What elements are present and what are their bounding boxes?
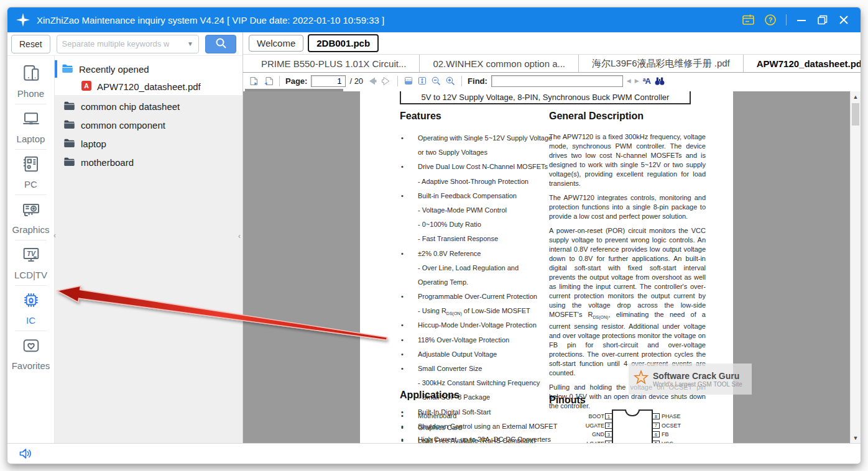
restore-button[interactable]: [816, 14, 829, 26]
tree-file-pdf[interactable]: A APW7120_datasheet.pdf: [55, 78, 242, 95]
tree-root-recently-opened[interactable]: Recently opened: [55, 60, 242, 78]
sidebar-item-label: PC: [24, 179, 37, 190]
pins-right: 8PHASE 7OCSET 6FB 5VCC: [652, 413, 691, 443]
help-icon[interactable]: ?: [764, 14, 777, 26]
collapse-rail-chevron[interactable]: ‹: [53, 232, 56, 239]
tab-welcome[interactable]: Welcome: [249, 35, 303, 52]
application-line: •High Current, up to 20A, DC-DC Converte…: [400, 434, 568, 443]
category-rail: Phone Laptop PC Graphics: [7, 56, 55, 443]
doc-tab-winhex[interactable]: 02.WINHEX common option a...: [420, 55, 579, 72]
doc-tab-apw7120-datasheet[interactable]: APW7120_datasheet.pdf: [744, 55, 861, 72]
sidebar-item-label: LCD|TV: [14, 270, 47, 280]
sidebar-item-laptop[interactable]: Laptop: [7, 104, 54, 149]
feature-line: - Fast Transient Response: [400, 233, 552, 247]
find-input[interactable]: [491, 75, 623, 87]
feature-line: - Using RDS(ON) of Low-Side MOSFET: [400, 305, 552, 319]
keyword-combobox[interactable]: Separate multiple keywords w ▼: [57, 35, 199, 53]
app-logo-icon: [16, 12, 30, 27]
toolbar-separator: [461, 76, 462, 86]
search-button[interactable]: [205, 35, 236, 53]
document-tabs: PRIME B550-PLUS 1.01X Circuit... 02.WINH…: [243, 55, 861, 73]
watermark: Software Crack Guru World's Largest GSM …: [629, 364, 752, 395]
pdf-vscrollbar: ▲ ▼: [850, 91, 861, 443]
match-case-icon[interactable]: ªA: [643, 76, 650, 86]
export-page-icon[interactable]: [249, 76, 259, 86]
pin-row: GND3: [578, 431, 612, 437]
reset-button[interactable]: Reset: [11, 35, 50, 53]
feature-line: Operating Temp.: [400, 277, 552, 291]
sidebar-item-lcdtv[interactable]: TV LCD|TV: [7, 240, 54, 285]
sidebar-item-graphics[interactable]: Graphics: [7, 194, 54, 240]
feature-line: - Voltage-Mode PWM Control: [400, 204, 552, 219]
pdf-title-box: 5V to 12V Supply Voltage, 8-PIN, Synchro…: [400, 91, 691, 104]
sidebar-item-pc[interactable]: PC: [7, 149, 54, 194]
applications-list: •Motherboard •Graphics Card •High Curren…: [400, 410, 568, 443]
page-label: Page:: [285, 76, 307, 86]
sidebar-item-phone[interactable]: Phone: [7, 58, 54, 104]
status-bar: [7, 443, 861, 464]
pin-row: BOOT1: [578, 413, 612, 419]
sidebar-item-favorites[interactable]: Favorites: [7, 331, 54, 376]
close-button[interactable]: [838, 14, 849, 25]
fit-width-icon[interactable]: [404, 76, 413, 86]
find-prev-icon[interactable]: ◀: [627, 78, 631, 84]
watermark-line1: Software Crack Guru: [653, 371, 742, 381]
titlebar: XinZhiZao Maintenance inquiry system V4.…: [7, 7, 861, 32]
pinout-diagram: BOOT1 UGATE2 GND3 LGATE4 8PHASE: [578, 406, 691, 443]
feature-line: •±2% 0.8V Reference: [400, 248, 552, 262]
sidebar-item-label: Graphics: [12, 224, 49, 235]
fit-page-icon[interactable]: [417, 76, 427, 86]
toolbar-separator: [279, 76, 280, 86]
next-page-icon[interactable]: [381, 76, 392, 86]
pdf-file-icon: A: [81, 80, 92, 93]
page-number-input[interactable]: [311, 75, 346, 87]
folder-icon: [63, 99, 76, 113]
tree-folder-row[interactable]: laptop: [55, 134, 242, 153]
tree-folder-label: laptop: [81, 139, 106, 149]
sidebar-item-label: IC: [26, 315, 35, 326]
main-area: Reset Separate multiple keywords w ▼ Pho: [7, 32, 861, 443]
folder-open-icon: [61, 62, 74, 76]
page-total: / 20: [349, 76, 363, 86]
find-next-icon[interactable]: ▶: [635, 78, 639, 84]
chevron-down-icon: ▼: [187, 40, 193, 47]
speaker-icon[interactable]: [18, 447, 32, 460]
svg-text:?: ?: [769, 16, 773, 24]
application-line: •Motherboard: [400, 410, 568, 422]
pin-row: 8PHASE: [652, 413, 691, 419]
phone-icon: [21, 63, 42, 86]
feature-line: •Built-in Feedback Compensation: [400, 190, 552, 204]
tab-2db001-pcb[interactable]: 2DB001.pcb: [308, 34, 379, 52]
doc-tab-prime-b550[interactable]: PRIME B550-PLUS 1.01X Circuit...: [248, 55, 420, 72]
zoom-in-icon[interactable]: [445, 76, 456, 86]
pdf-toolbar: Page: / 20 Find: ◀ ▶ ªA: [243, 73, 861, 89]
tree-folder-row[interactable]: common component: [55, 116, 242, 134]
right-panel: Welcome 2DB001.pcb PRIME B550-PLUS 1.01X…: [243, 32, 861, 443]
import-page-icon[interactable]: [263, 76, 274, 86]
zoom-out-icon[interactable]: [431, 76, 441, 86]
collapse-tree-chevron[interactable]: ‹: [238, 232, 241, 240]
feature-line: •Drive Dual Low Cost N-Channel MOSFETs: [400, 161, 552, 175]
tree-folder-label: common component: [81, 120, 165, 130]
scroll-down-button[interactable]: ▼: [851, 432, 861, 443]
pin-row: 6FB: [652, 431, 691, 437]
vscrollbar-thumb[interactable]: [852, 103, 859, 126]
app-window: XinZhiZao Maintenance inquiry system V4.…: [7, 7, 861, 464]
favorites-icon: [21, 336, 42, 358]
prev-page-icon[interactable]: [367, 76, 377, 86]
tree-folder-label: common chip datasheet: [81, 101, 180, 112]
folder-icon: [63, 137, 76, 150]
scroll-up-button[interactable]: ▲: [851, 91, 861, 102]
vip-card-icon[interactable]: [742, 14, 755, 26]
sidebar-item-ic[interactable]: IC: [7, 285, 54, 331]
binoculars-search-icon[interactable]: [654, 76, 665, 86]
tree-folder-row[interactable]: motherboard: [55, 153, 242, 171]
feature-line: •Operating with Single 5~12V Supply Volt…: [400, 132, 552, 147]
minimize-button[interactable]: [796, 14, 807, 25]
feature-line: - Over Line, Load Regulation and: [400, 262, 552, 277]
tree-folder-row[interactable]: common chip datasheet: [55, 97, 242, 116]
feature-line: •Hiccup-Mode Under-Voltage Protection: [400, 319, 552, 334]
doc-tab-haier-manual[interactable]: 海尔L39F6液晶彩电维修手册 .pdf: [579, 55, 744, 72]
left-panel: Reset Separate multiple keywords w ▼ Pho: [7, 32, 243, 443]
graphics-card-icon: [21, 199, 42, 222]
